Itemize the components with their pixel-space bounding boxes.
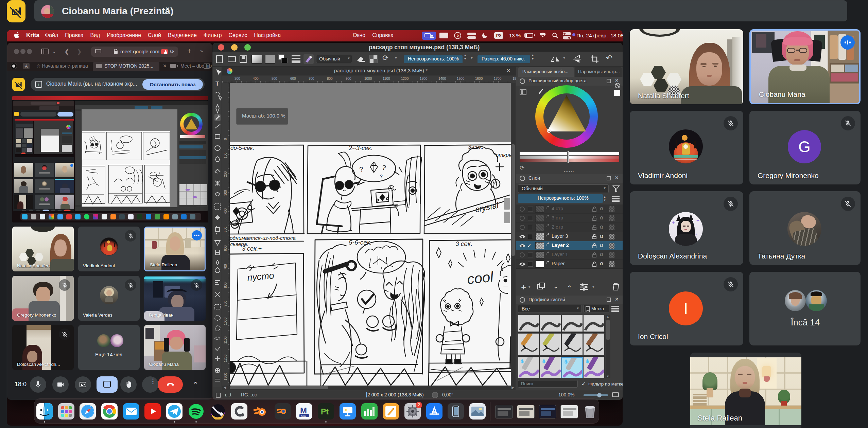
svg-text:AYA: AYA bbox=[301, 414, 306, 417]
svg-text:?: ? bbox=[380, 174, 383, 179]
svg-text:3 сек.: 3 сек. bbox=[455, 240, 472, 247]
svg-text:cool: cool bbox=[466, 269, 494, 287]
svg-text:3 сек.+·: 3 сек.+· bbox=[242, 245, 264, 252]
svg-text:?: ? bbox=[359, 165, 364, 173]
svg-text:M: M bbox=[300, 406, 307, 415]
svg-text:Pt: Pt bbox=[321, 407, 329, 416]
svg-text:до-5-сек.: до-5-сек. bbox=[230, 145, 254, 151]
svg-text:crystal: crystal bbox=[474, 200, 500, 214]
svg-text:2--3-сек.: 2--3-сек. bbox=[348, 145, 373, 151]
svg-text:однимается-из-под-стола: однимается-из-под-стола bbox=[230, 235, 296, 241]
svg-text:пусто: пусто bbox=[247, 270, 274, 283]
svg-text:?: ? bbox=[381, 164, 386, 172]
svg-text:T: T bbox=[215, 81, 219, 87]
